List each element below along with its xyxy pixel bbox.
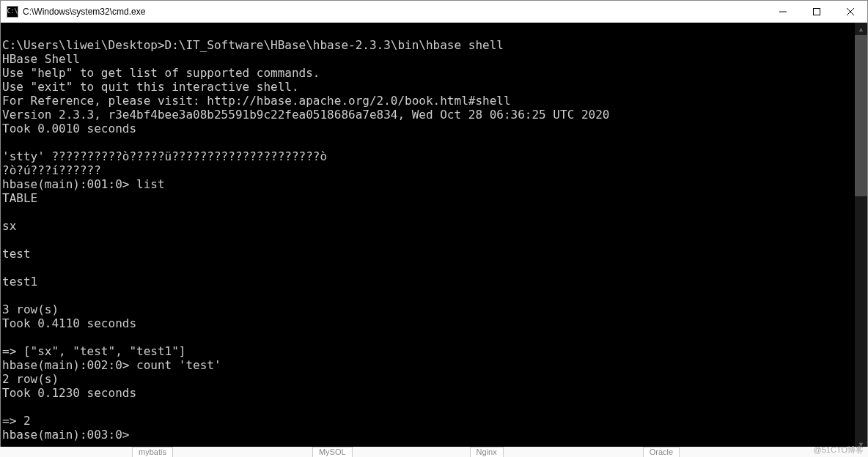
window-title: C:\Windows\system32\cmd.exe	[23, 7, 766, 17]
watermark: @51CTO博客	[814, 445, 864, 456]
terminal-area: C:\Users\liwei\Desktop>D:\IT_Software\HB…	[1, 23, 867, 450]
scrollbar-thumb[interactable]	[855, 35, 867, 196]
window-controls	[766, 1, 867, 22]
scrollbar-up-icon[interactable]: ▲	[855, 23, 867, 35]
titlebar[interactable]: C:\ C:\Windows\system32\cmd.exe	[1, 1, 867, 23]
scrollbar-track[interactable]	[855, 35, 867, 438]
cmd-icon: C:\	[7, 6, 18, 18]
close-button[interactable]	[834, 1, 867, 22]
cmd-window: C:\ C:\Windows\system32\cmd.exe C:\Users…	[0, 0, 868, 451]
bg-tab: Nginx	[470, 447, 504, 457]
minimize-button[interactable]	[766, 1, 800, 22]
svg-rect-1	[814, 8, 820, 15]
scrollbar[interactable]: ▲ ▼	[855, 23, 867, 450]
maximize-button[interactable]	[800, 1, 834, 22]
bg-tab: MySOL	[312, 447, 353, 457]
background-tabs-strip: mybatis MySOL Nginx Oracle	[0, 447, 868, 457]
terminal-output[interactable]: C:\Users\liwei\Desktop>D:\IT_Software\HB…	[1, 23, 855, 450]
bg-tab: Oracle	[643, 447, 680, 457]
bg-tab: mybatis	[132, 447, 173, 457]
